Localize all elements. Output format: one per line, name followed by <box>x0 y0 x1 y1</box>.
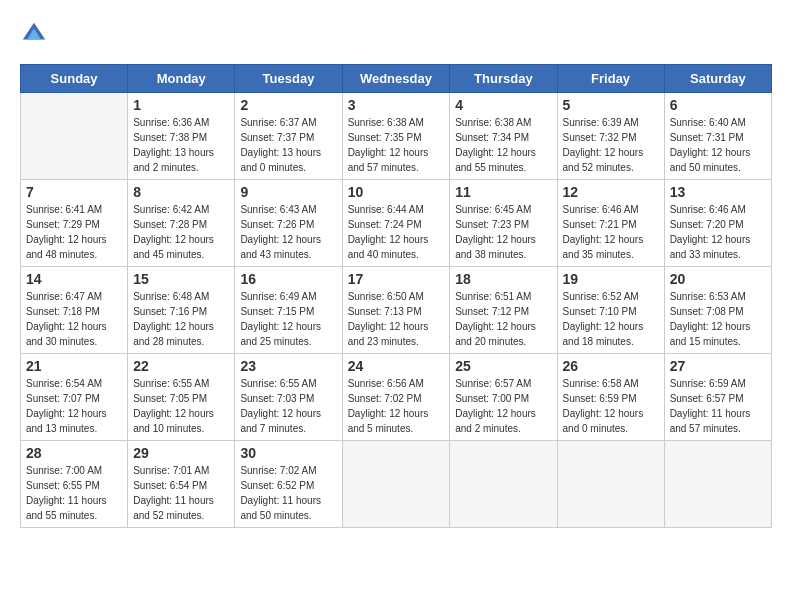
calendar-cell: 3 Sunrise: 6:38 AM Sunset: 7:35 PM Dayli… <box>342 93 450 180</box>
day-number: 20 <box>670 271 766 287</box>
day-number: 23 <box>240 358 336 374</box>
day-info: Sunrise: 6:56 AM Sunset: 7:02 PM Dayligh… <box>348 376 445 436</box>
weekday-row: SundayMondayTuesdayWednesdayThursdayFrid… <box>21 65 772 93</box>
calendar-cell: 13 Sunrise: 6:46 AM Sunset: 7:20 PM Dayl… <box>664 180 771 267</box>
calendar-body: 1 Sunrise: 6:36 AM Sunset: 7:38 PM Dayli… <box>21 93 772 528</box>
calendar-week: 21 Sunrise: 6:54 AM Sunset: 7:07 PM Dayl… <box>21 354 772 441</box>
weekday-header: Friday <box>557 65 664 93</box>
calendar-cell: 25 Sunrise: 6:57 AM Sunset: 7:00 PM Dayl… <box>450 354 557 441</box>
weekday-header: Saturday <box>664 65 771 93</box>
day-number: 14 <box>26 271 122 287</box>
day-info: Sunrise: 6:55 AM Sunset: 7:05 PM Dayligh… <box>133 376 229 436</box>
calendar-cell <box>21 93 128 180</box>
day-number: 16 <box>240 271 336 287</box>
day-info: Sunrise: 6:45 AM Sunset: 7:23 PM Dayligh… <box>455 202 551 262</box>
logo <box>20 20 52 48</box>
day-number: 30 <box>240 445 336 461</box>
calendar-cell: 24 Sunrise: 6:56 AM Sunset: 7:02 PM Dayl… <box>342 354 450 441</box>
day-info: Sunrise: 6:50 AM Sunset: 7:13 PM Dayligh… <box>348 289 445 349</box>
weekday-header: Thursday <box>450 65 557 93</box>
weekday-header: Monday <box>128 65 235 93</box>
page: SundayMondayTuesdayWednesdayThursdayFrid… <box>0 0 792 538</box>
calendar-cell: 28 Sunrise: 7:00 AM Sunset: 6:55 PM Dayl… <box>21 441 128 528</box>
calendar-cell: 29 Sunrise: 7:01 AM Sunset: 6:54 PM Dayl… <box>128 441 235 528</box>
calendar-cell: 27 Sunrise: 6:59 AM Sunset: 6:57 PM Dayl… <box>664 354 771 441</box>
calendar-cell <box>664 441 771 528</box>
day-number: 27 <box>670 358 766 374</box>
day-number: 6 <box>670 97 766 113</box>
calendar-cell: 8 Sunrise: 6:42 AM Sunset: 7:28 PM Dayli… <box>128 180 235 267</box>
day-number: 29 <box>133 445 229 461</box>
day-info: Sunrise: 6:44 AM Sunset: 7:24 PM Dayligh… <box>348 202 445 262</box>
day-info: Sunrise: 6:48 AM Sunset: 7:16 PM Dayligh… <box>133 289 229 349</box>
day-info: Sunrise: 6:38 AM Sunset: 7:35 PM Dayligh… <box>348 115 445 175</box>
day-number: 28 <box>26 445 122 461</box>
day-info: Sunrise: 6:49 AM Sunset: 7:15 PM Dayligh… <box>240 289 336 349</box>
calendar-cell: 22 Sunrise: 6:55 AM Sunset: 7:05 PM Dayl… <box>128 354 235 441</box>
day-number: 7 <box>26 184 122 200</box>
day-info: Sunrise: 6:42 AM Sunset: 7:28 PM Dayligh… <box>133 202 229 262</box>
calendar-cell: 17 Sunrise: 6:50 AM Sunset: 7:13 PM Dayl… <box>342 267 450 354</box>
day-number: 13 <box>670 184 766 200</box>
calendar-cell: 20 Sunrise: 6:53 AM Sunset: 7:08 PM Dayl… <box>664 267 771 354</box>
calendar-cell: 5 Sunrise: 6:39 AM Sunset: 7:32 PM Dayli… <box>557 93 664 180</box>
day-info: Sunrise: 6:51 AM Sunset: 7:12 PM Dayligh… <box>455 289 551 349</box>
calendar-cell: 12 Sunrise: 6:46 AM Sunset: 7:21 PM Dayl… <box>557 180 664 267</box>
day-info: Sunrise: 6:38 AM Sunset: 7:34 PM Dayligh… <box>455 115 551 175</box>
calendar-header: SundayMondayTuesdayWednesdayThursdayFrid… <box>21 65 772 93</box>
day-number: 17 <box>348 271 445 287</box>
calendar-cell: 1 Sunrise: 6:36 AM Sunset: 7:38 PM Dayli… <box>128 93 235 180</box>
day-number: 24 <box>348 358 445 374</box>
weekday-header: Tuesday <box>235 65 342 93</box>
day-number: 8 <box>133 184 229 200</box>
calendar-cell: 10 Sunrise: 6:44 AM Sunset: 7:24 PM Dayl… <box>342 180 450 267</box>
calendar-cell: 21 Sunrise: 6:54 AM Sunset: 7:07 PM Dayl… <box>21 354 128 441</box>
day-number: 9 <box>240 184 336 200</box>
weekday-header: Wednesday <box>342 65 450 93</box>
day-number: 12 <box>563 184 659 200</box>
calendar-cell: 11 Sunrise: 6:45 AM Sunset: 7:23 PM Dayl… <box>450 180 557 267</box>
calendar-cell: 18 Sunrise: 6:51 AM Sunset: 7:12 PM Dayl… <box>450 267 557 354</box>
day-info: Sunrise: 6:59 AM Sunset: 6:57 PM Dayligh… <box>670 376 766 436</box>
day-number: 25 <box>455 358 551 374</box>
day-info: Sunrise: 6:57 AM Sunset: 7:00 PM Dayligh… <box>455 376 551 436</box>
calendar-cell: 15 Sunrise: 6:48 AM Sunset: 7:16 PM Dayl… <box>128 267 235 354</box>
calendar-cell: 19 Sunrise: 6:52 AM Sunset: 7:10 PM Dayl… <box>557 267 664 354</box>
header <box>20 20 772 48</box>
day-info: Sunrise: 6:52 AM Sunset: 7:10 PM Dayligh… <box>563 289 659 349</box>
day-number: 19 <box>563 271 659 287</box>
day-info: Sunrise: 6:36 AM Sunset: 7:38 PM Dayligh… <box>133 115 229 175</box>
day-info: Sunrise: 6:53 AM Sunset: 7:08 PM Dayligh… <box>670 289 766 349</box>
calendar-cell <box>450 441 557 528</box>
day-info: Sunrise: 7:00 AM Sunset: 6:55 PM Dayligh… <box>26 463 122 523</box>
day-info: Sunrise: 7:02 AM Sunset: 6:52 PM Dayligh… <box>240 463 336 523</box>
day-number: 4 <box>455 97 551 113</box>
day-number: 1 <box>133 97 229 113</box>
calendar-week: 28 Sunrise: 7:00 AM Sunset: 6:55 PM Dayl… <box>21 441 772 528</box>
calendar-cell: 7 Sunrise: 6:41 AM Sunset: 7:29 PM Dayli… <box>21 180 128 267</box>
day-number: 10 <box>348 184 445 200</box>
day-number: 18 <box>455 271 551 287</box>
day-info: Sunrise: 6:55 AM Sunset: 7:03 PM Dayligh… <box>240 376 336 436</box>
calendar-cell: 23 Sunrise: 6:55 AM Sunset: 7:03 PM Dayl… <box>235 354 342 441</box>
logo-icon <box>20 20 48 48</box>
calendar-cell: 4 Sunrise: 6:38 AM Sunset: 7:34 PM Dayli… <box>450 93 557 180</box>
day-info: Sunrise: 6:54 AM Sunset: 7:07 PM Dayligh… <box>26 376 122 436</box>
day-info: Sunrise: 6:46 AM Sunset: 7:20 PM Dayligh… <box>670 202 766 262</box>
day-info: Sunrise: 6:40 AM Sunset: 7:31 PM Dayligh… <box>670 115 766 175</box>
day-number: 11 <box>455 184 551 200</box>
day-number: 2 <box>240 97 336 113</box>
day-number: 21 <box>26 358 122 374</box>
day-number: 15 <box>133 271 229 287</box>
day-number: 3 <box>348 97 445 113</box>
day-info: Sunrise: 6:46 AM Sunset: 7:21 PM Dayligh… <box>563 202 659 262</box>
calendar-cell <box>557 441 664 528</box>
calendar: SundayMondayTuesdayWednesdayThursdayFrid… <box>20 64 772 528</box>
day-number: 5 <box>563 97 659 113</box>
calendar-cell: 26 Sunrise: 6:58 AM Sunset: 6:59 PM Dayl… <box>557 354 664 441</box>
day-info: Sunrise: 7:01 AM Sunset: 6:54 PM Dayligh… <box>133 463 229 523</box>
calendar-cell: 30 Sunrise: 7:02 AM Sunset: 6:52 PM Dayl… <box>235 441 342 528</box>
day-info: Sunrise: 6:47 AM Sunset: 7:18 PM Dayligh… <box>26 289 122 349</box>
day-number: 26 <box>563 358 659 374</box>
calendar-cell: 2 Sunrise: 6:37 AM Sunset: 7:37 PM Dayli… <box>235 93 342 180</box>
